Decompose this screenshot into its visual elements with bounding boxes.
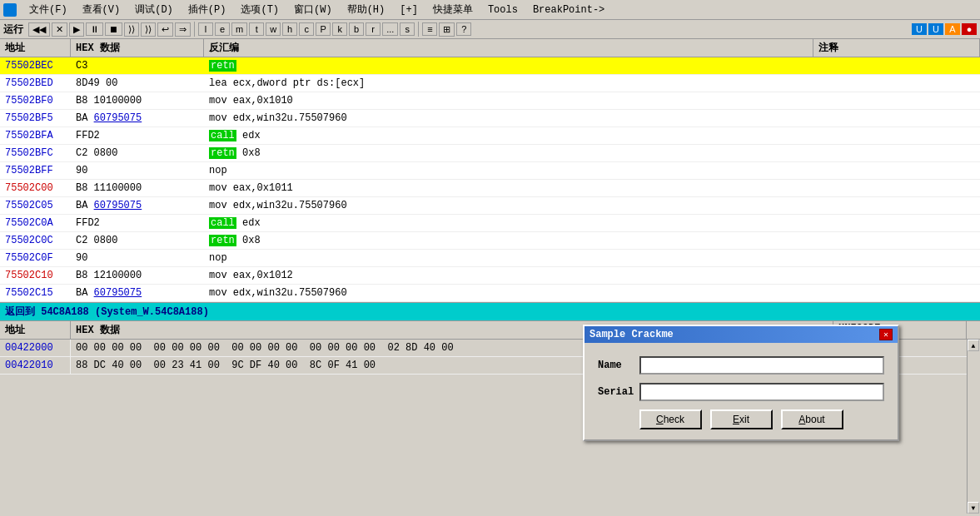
play-btn[interactable]: ▶ xyxy=(69,22,84,37)
table-row[interactable]: 75502BEC C3 retn xyxy=(0,57,980,75)
serial-field-row: Serial xyxy=(598,383,884,401)
animate-btn[interactable]: ⇒ xyxy=(175,22,191,37)
hexdump-col-addr: 地址 xyxy=(0,321,71,339)
table-row[interactable]: 75502C00 B8 11100000 mov eax,0x1011 xyxy=(0,180,980,197)
btn-P[interactable]: P xyxy=(316,22,331,36)
check-button[interactable]: Check xyxy=(639,409,702,429)
hexdump-scrollbar-header xyxy=(967,321,980,339)
main-area: 地址 HEX 数据 反汇编 注释 75502BEC C3 retn 75502B… xyxy=(0,39,980,514)
stop-btn[interactable]: ✕ xyxy=(52,22,67,37)
exit-button[interactable]: Exit xyxy=(710,409,773,429)
row-addr: 75502C15 xyxy=(0,285,71,301)
col-comment: 注释 xyxy=(813,39,980,57)
sample-crackme-dialog[interactable]: Sample Crackme ✕ Name Serial Check Exit xyxy=(583,325,899,441)
table-row[interactable]: 75502C0C C2 0800 retn 0x8 xyxy=(0,232,980,250)
row-addr: 75502BF5 xyxy=(0,110,71,127)
btn-l[interactable]: l xyxy=(198,22,213,36)
btn-list[interactable]: ≡ xyxy=(422,22,437,36)
btn-r[interactable]: r xyxy=(366,22,381,36)
toolbar: 运行 ◀◀ ✕ ▶ ⏸ ⏹ ⟩⟩ ⟩⟩ ↩ ⇒ l e m t w h c P … xyxy=(0,20,980,39)
btn-u1[interactable]: U xyxy=(912,23,927,35)
btn-s[interactable]: s xyxy=(400,22,415,36)
btn-circle[interactable]: ● xyxy=(962,23,977,35)
disasm-table: 地址 HEX 数据 反汇编 注释 75502BEC C3 retn 75502B… xyxy=(0,39,980,302)
scroll-up-btn[interactable]: ▲ xyxy=(968,340,979,351)
menu-plugins[interactable]: 插件(P) xyxy=(186,2,229,17)
menu-view[interactable]: 查看(V) xyxy=(80,2,123,17)
btn-m[interactable]: m xyxy=(231,22,247,36)
row-comment xyxy=(813,92,980,109)
hex-link[interactable]: 60795075 xyxy=(94,200,142,211)
row-comment xyxy=(813,197,980,214)
table-row[interactable]: 75502BED 8D49 00 lea ecx,dword ptr ds:[e… xyxy=(0,75,980,92)
name-input[interactable] xyxy=(639,356,884,375)
btn-a[interactable]: A xyxy=(945,23,960,35)
menu-bar: 文件(F) 查看(V) 调试(D) 插件(P) 选项(T) 窗口(W) 帮助(H… xyxy=(0,0,980,20)
serial-input[interactable] xyxy=(639,383,884,401)
dialog-close-button[interactable]: ✕ xyxy=(879,329,893,340)
menu-window[interactable]: 窗口(W) xyxy=(291,2,335,17)
btn-help[interactable]: ? xyxy=(456,22,471,36)
about-button[interactable]: About xyxy=(781,409,843,429)
row-hex: 90 xyxy=(71,162,204,179)
menu-plus[interactable]: [+] xyxy=(397,3,420,17)
row-hex: 90 xyxy=(71,250,204,266)
step-over-btn[interactable]: ⟩⟩ xyxy=(141,22,156,37)
menu-breakpoint[interactable]: BreakPoint-> xyxy=(530,3,607,17)
table-row[interactable]: 75502BF5 BA 60795075 mov edx,win32u.7550… xyxy=(0,110,980,127)
btn-w[interactable]: w xyxy=(266,22,281,36)
table-row[interactable]: 75502C0A FFD2 call edx xyxy=(0,215,980,232)
table-row[interactable]: 75502C0F 90 nop xyxy=(0,250,980,267)
hex-dump-scrollbar[interactable]: ▲ ▼ xyxy=(967,340,980,514)
row-comment xyxy=(813,267,980,284)
menu-debug[interactable]: 调试(D) xyxy=(132,2,176,17)
btn-k[interactable]: k xyxy=(332,22,347,36)
row-comment xyxy=(813,75,980,92)
row-addr: 75502BED xyxy=(0,75,71,92)
btn-b[interactable]: b xyxy=(349,22,364,36)
pause-btn[interactable]: ⏸ xyxy=(86,22,103,36)
table-row[interactable]: 75502BF0 B8 10100000 mov eax,0x1010 xyxy=(0,92,980,110)
row-comment xyxy=(813,162,980,179)
btn-c[interactable]: c xyxy=(299,22,314,36)
table-row[interactable]: 75502C05 BA 60795075 mov edx,win32u.7550… xyxy=(0,197,980,215)
row-addr: 75502BFC xyxy=(0,145,71,161)
btn-t[interactable]: t xyxy=(249,22,264,36)
about-btn-label: About xyxy=(798,414,824,425)
serial-label: Serial xyxy=(598,386,639,398)
menu-tools[interactable]: Tools xyxy=(485,3,520,17)
sep2 xyxy=(418,22,419,37)
scroll-down-btn[interactable]: ▼ xyxy=(968,502,979,514)
table-row[interactable]: 75502BFA FFD2 call edx xyxy=(0,127,980,145)
row-asm: retn 0x8 xyxy=(204,145,813,161)
row-asm: mov edx,win32u.75507960 xyxy=(204,110,813,127)
hex-link[interactable]: 60795075 xyxy=(94,287,142,299)
menu-options[interactable]: 选项(T) xyxy=(238,2,281,17)
row-hex: BA 60795075 xyxy=(71,110,204,127)
btn-e[interactable]: e xyxy=(215,22,230,36)
row-comment xyxy=(813,250,980,266)
dialog-titlebar: Sample Crackme ✕ xyxy=(585,326,898,343)
btn-u2[interactable]: U xyxy=(928,23,943,35)
table-row[interactable]: 75502BFC C2 0800 retn 0x8 xyxy=(0,145,980,162)
menu-help[interactable]: 帮助(H) xyxy=(345,2,388,17)
row-hex: B8 11100000 xyxy=(71,180,204,196)
table-row[interactable]: 75502C10 B8 12100000 mov eax,0x1012 xyxy=(0,267,980,285)
btn-grid[interactable]: ⊞ xyxy=(439,22,455,37)
halt-btn[interactable]: ⏹ xyxy=(105,22,122,36)
rewind-btn[interactable]: ◀◀ xyxy=(28,22,50,37)
row-hex: C2 0800 xyxy=(71,145,204,161)
row-asm: mov eax,0x1010 xyxy=(204,92,813,109)
hex-link[interactable]: 60795075 xyxy=(94,112,142,124)
step-into-btn[interactable]: ⟩⟩ xyxy=(124,22,139,37)
menu-shortcuts[interactable]: 快捷菜单 xyxy=(430,2,475,17)
menu-file[interactable]: 文件(F) xyxy=(27,2,70,17)
name-label: Name xyxy=(598,360,639,371)
return-btn[interactable]: ↩ xyxy=(157,22,173,37)
table-row[interactable]: 75502BFF 90 nop xyxy=(0,162,980,180)
btn-h[interactable]: h xyxy=(282,22,297,36)
btn-dots[interactable]: ... xyxy=(382,22,398,36)
col-address: 地址 xyxy=(0,39,71,57)
table-row[interactable]: 75502C15 BA 60795075 mov edx,win32u.7550… xyxy=(0,285,980,302)
row-asm: call edx xyxy=(204,215,813,231)
